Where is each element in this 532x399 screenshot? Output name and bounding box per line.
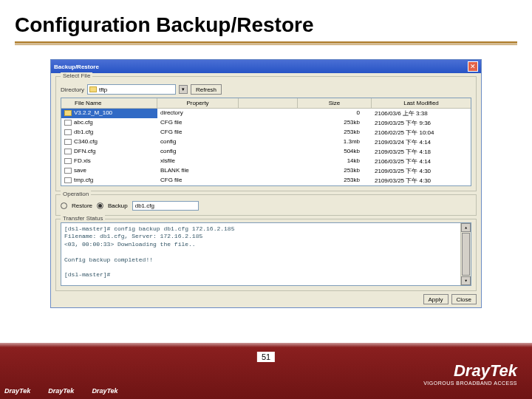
slide-title: Configuration Backup/Restore [0, 0, 532, 40]
directory-value: tftp [99, 86, 174, 93]
close-button[interactable]: Close [451, 294, 477, 304]
file-icon [64, 168, 72, 174]
table-row[interactable]: tmp.cfgCFG file253kb2109/03/25 下午 4:30 [61, 176, 471, 185]
transfer-log: [dsl-master]# config backup db1.cfg 172.… [61, 223, 460, 285]
col-header-name[interactable]: File Name [61, 98, 157, 108]
scroll-up-icon[interactable]: ▴ [461, 223, 471, 232]
window-title: Backup/Restore [54, 64, 99, 70]
backup-filename-input[interactable] [132, 201, 199, 211]
apply-button[interactable]: Apply [423, 294, 449, 304]
select-file-group: Select File Directory tftp ▾ Refresh Fil… [55, 76, 477, 191]
backup-label: Backup [108, 202, 128, 209]
scroll-thumb[interactable] [462, 233, 470, 276]
close-icon[interactable]: ✕ [468, 61, 478, 72]
table-row[interactable]: DFN.cfgconfig504kb2109/03/25 下午 4:18 [61, 147, 471, 157]
file-icon [64, 149, 72, 154]
file-list: File Name Property Size Last Modified V3… [61, 98, 471, 186]
restore-label: Restore [72, 202, 92, 209]
table-row[interactable]: V3.2.2_M_100directory02106/03/6 上午 3:38 [61, 109, 471, 118]
title-rule-2 [15, 44, 517, 45]
col-header-property[interactable]: Property [157, 98, 239, 108]
file-icon [64, 139, 72, 145]
table-row[interactable]: abc.cfgCFG file253kb2109/03/25 下午 9:36 [61, 118, 471, 128]
table-row[interactable]: db1.cfgCFG file253kb2106/02/25 下午 10:04 [61, 128, 471, 137]
transfer-status-group: Transfer Status [dsl-master]# config bac… [55, 219, 477, 291]
brand-small-3: DrayTek [92, 387, 117, 395]
file-icon [64, 120, 72, 126]
file-icon [64, 129, 72, 135]
table-row[interactable]: saveBLANK file253kb2109/03/25 下午 4:30 [61, 166, 471, 176]
brand-big: DrayTek [423, 361, 517, 381]
file-icon [64, 177, 72, 183]
operation-group: Operation Restore Backup [55, 194, 477, 216]
scroll-down-icon[interactable]: ▾ [461, 276, 471, 285]
select-file-label: Select File [61, 72, 92, 79]
col-header-size[interactable]: Size [298, 98, 372, 108]
scrollbar[interactable]: ▴ ▾ [460, 223, 471, 285]
col-header-blank[interactable] [239, 98, 298, 108]
brand-small-2: DrayTek [48, 387, 74, 395]
directory-label: Directory [61, 86, 84, 93]
logo-strip: DrayTek DrayTek DrayTek [4, 387, 118, 395]
chevron-down-icon[interactable]: ▾ [179, 85, 188, 94]
table-row[interactable]: FD.xlsxlsfile14kb2106/03/25 下午 4:14 [61, 157, 471, 166]
backup-radio[interactable] [97, 202, 103, 209]
table-row[interactable]: C340.cfgconfig1.3mb2109/03/24 下午 4:14 [61, 137, 471, 147]
file-list-header: File Name Property Size Last Modified [61, 98, 471, 109]
operation-label: Operation [61, 191, 91, 197]
col-header-modified[interactable]: Last Modified [372, 98, 471, 108]
backup-restore-window: Backup/Restore ✕ Select File Directory t… [50, 59, 482, 308]
restore-radio[interactable] [61, 202, 67, 209]
refresh-button[interactable]: Refresh [191, 84, 222, 95]
transfer-status-label: Transfer Status [61, 215, 105, 222]
brand-tagline: VIGOROUS BROADBAND ACCESS [423, 381, 517, 386]
folder-icon [64, 110, 72, 116]
brand-logo: DrayTek VIGOROUS BROADBAND ACCESS [423, 361, 517, 386]
folder-icon [89, 86, 97, 92]
title-rule [15, 41, 517, 44]
window-titlebar[interactable]: Backup/Restore ✕ [51, 60, 481, 73]
page-number: 51 [257, 352, 275, 362]
brand-small-1: DrayTek [4, 387, 30, 395]
directory-select[interactable]: tftp [87, 84, 176, 95]
file-icon [64, 158, 72, 164]
